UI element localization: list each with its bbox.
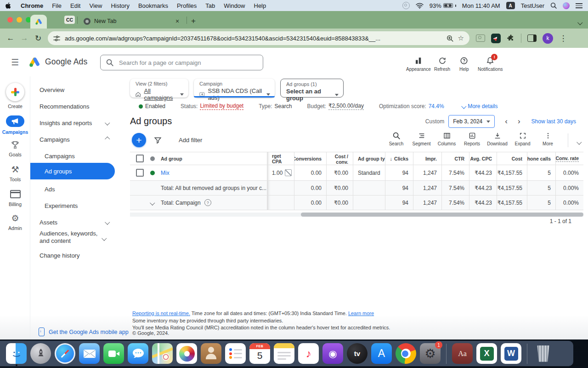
nav-assets[interactable]: Assets [30, 217, 130, 227]
rail-billing-button[interactable]: Billing [0, 190, 30, 207]
screen-mirroring-icon[interactable] [402, 2, 410, 9]
dock-reminders-icon[interactable] [225, 343, 246, 364]
next-date-button[interactable]: › [518, 117, 520, 126]
filter-funnel-icon[interactable] [154, 136, 162, 144]
columns-tool-button[interactable]: Columns [434, 132, 459, 146]
search-input[interactable] [118, 59, 257, 67]
notifications-button[interactable]: ! Notifications [478, 57, 503, 72]
dock-app-store-icon[interactable]: A [371, 343, 392, 364]
status-limited-by-budget[interactable]: Limited by budget [200, 103, 243, 110]
nav-overview[interactable]: Overview [30, 85, 130, 95]
dock-contacts-icon[interactable] [201, 343, 221, 364]
dock-trash-icon[interactable] [533, 343, 554, 364]
tab-close-icon[interactable]: × [174, 17, 181, 25]
expand-total-chevron[interactable] [150, 200, 155, 205]
scrollbar-thumb[interactable] [301, 213, 583, 217]
menubar-profiles[interactable]: Profiles [177, 2, 197, 9]
col-avg-cpc[interactable]: Avg. CPC [469, 152, 497, 165]
menubar-view[interactable]: View [89, 2, 102, 9]
dock-maps-icon[interactable] [152, 343, 173, 364]
dock-chrome-icon[interactable] [396, 343, 416, 364]
col-target-cpa-clipped[interactable]: rgetCPA [267, 152, 294, 165]
menubar-bookmarks[interactable]: Bookmarks [138, 2, 168, 9]
nav-audiences-keywords-content[interactable]: Audiences, keywords, and content [30, 230, 127, 247]
menubar-window[interactable]: Window [224, 2, 245, 9]
mobile-app-link[interactable]: Get the Google Ads mobile app [39, 328, 129, 336]
close-window-button[interactable] [7, 17, 13, 23]
menubar-user[interactable]: TestUser [521, 2, 544, 9]
refresh-button[interactable]: Refresh [434, 57, 450, 72]
dock-podcasts-icon[interactable]: ◉ [322, 343, 343, 364]
dock-messages-icon[interactable] [128, 343, 148, 364]
apple-menu-icon[interactable] [6, 2, 11, 9]
menubar-help[interactable]: Help [254, 2, 266, 9]
nav-sub-experiments[interactable]: Experiments [30, 201, 130, 211]
help-button[interactable]: Help [459, 57, 469, 72]
active-tab-google-ads[interactable] [30, 15, 47, 29]
expand-tool-button[interactable]: Expand [510, 132, 535, 146]
segment-tool-button[interactable]: Segment [409, 132, 434, 146]
date-picker[interactable]: Feb 3, 2024 [448, 115, 495, 128]
col-impressions[interactable]: Impr. [413, 152, 441, 165]
rail-campaigns-button[interactable]: Campaigns [0, 115, 30, 135]
siri-icon[interactable] [563, 2, 570, 9]
dock-apple-tv-icon[interactable]: tv [347, 343, 368, 364]
minimize-window-button[interactable] [17, 17, 22, 23]
previous-date-button[interactable]: ‹ [505, 117, 508, 126]
reporting-not-realtime-link[interactable]: Reporting is not real-time. [132, 310, 190, 316]
add-filter-button[interactable]: Add filter [179, 137, 202, 144]
forward-button[interactable]: → [17, 34, 31, 43]
dock-music-icon[interactable]: ♪ [298, 343, 319, 364]
nav-campaigns[interactable]: Campaigns [30, 134, 130, 144]
show-last-30-days-link[interactable]: Show last 30 days [531, 118, 576, 125]
ads-search-box[interactable] [100, 55, 263, 70]
ad-group-name-link[interactable]: Mix [161, 170, 170, 176]
back-button[interactable]: ← [4, 34, 17, 43]
add-ad-group-button[interactable]: + [132, 133, 146, 147]
menubar-clock[interactable]: Mon 11:40 AM [462, 2, 500, 9]
ad-group-filter-card[interactable]: Ad groups (1) Select an ad group [280, 79, 344, 98]
side-panel-icon[interactable] [527, 34, 537, 42]
url-text[interactable]: ads.google.com/aw/adgroups?campaignId=20… [65, 35, 447, 42]
battery-indicator[interactable]: 93% [430, 2, 456, 9]
nav-change-history[interactable]: Change history [30, 250, 130, 260]
main-menu-hamburger-icon[interactable]: ☰ [11, 57, 19, 68]
search-tool-button[interactable]: Search [384, 132, 409, 146]
nav-insights-and-reports[interactable]: Insights and reports [30, 118, 130, 128]
col-phone-calls[interactable]: Phone calls [527, 152, 555, 165]
col-ctr[interactable]: CTR [441, 152, 469, 165]
browser-menu-icon[interactable]: ⋮ [559, 34, 567, 43]
horizontal-scrollbar[interactable] [130, 213, 583, 217]
rail-admin-button[interactable]: ⚙ Admin [0, 214, 30, 231]
col-conversions[interactable]: Conversions [294, 152, 326, 165]
spotlight-search-icon[interactable] [550, 2, 557, 9]
enabled-status-dot-icon[interactable] [150, 171, 155, 175]
dock-system-preferences-icon[interactable]: ⚙ 1 [420, 343, 441, 364]
nav-sub-ad-groups-selected[interactable]: Ad groups [30, 163, 115, 179]
tab-search-icon[interactable] [578, 17, 582, 26]
dock-launchpad-icon[interactable] [30, 343, 51, 364]
dock-excel-icon[interactable]: X [476, 343, 497, 364]
tab-new-tab[interactable]: New Tab × [79, 14, 186, 29]
budget-value[interactable]: ₹2,500.00/day [328, 103, 364, 110]
col-cost-per-conv[interactable]: Cost /conv. [326, 152, 353, 165]
select-all-checkbox[interactable] [136, 155, 144, 162]
address-bar[interactable]: ads.google.com/aw/adgroups?campaignId=20… [48, 31, 469, 45]
menubar-history[interactable]: History [111, 2, 129, 9]
dock-photos-icon[interactable] [176, 343, 197, 364]
dock-mail-icon[interactable] [79, 343, 100, 364]
screenshot-extension-icon[interactable] [476, 34, 485, 42]
tab-group-chip[interactable]: CC [64, 16, 75, 24]
extensions-puzzle-icon[interactable] [507, 34, 515, 42]
menubar-tab[interactable]: Tab [205, 2, 215, 9]
menubar-edit[interactable]: Edit [70, 2, 80, 9]
status-filter-dot-icon[interactable] [150, 156, 155, 161]
google-ads-logo[interactable]: Google Ads [28, 56, 87, 68]
dock-safari-icon[interactable] [55, 343, 75, 364]
campaign-filter-card[interactable]: Campaign SSB NDA CDS (Call ads) [194, 79, 275, 98]
browser-profile-avatar[interactable]: k [543, 33, 553, 44]
more-details-toggle[interactable]: More details [462, 103, 498, 109]
zoom-page-icon[interactable] [447, 35, 453, 42]
new-tab-button[interactable]: + [191, 17, 196, 26]
col-ad-group-type[interactable]: Ad group type [353, 152, 385, 165]
